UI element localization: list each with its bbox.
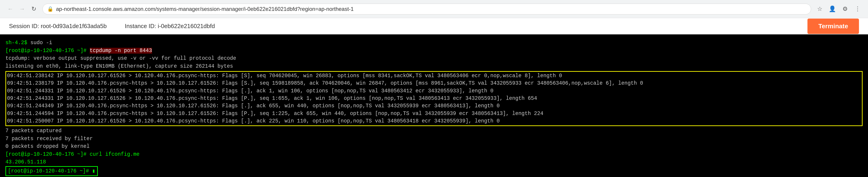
packet-line-7: 09:42:51.250007 IP 10.120.10.127.61526 >… — [7, 118, 861, 125]
instance-id: Instance ID: i-0eb622e216021dbfd — [125, 23, 215, 30]
reload-button[interactable]: ↻ — [29, 4, 39, 14]
curl-prompt: [root@ip-10-120-40-176 ~]# curl ifconfig… — [5, 151, 140, 157]
browser-actions: ☆ 👤 ⚙ ⋮ — [815, 4, 863, 14]
cursor: ▮ — [92, 168, 95, 174]
packets-captured: 7 packets captured — [5, 127, 863, 135]
forward-button[interactable]: → — [17, 4, 27, 14]
lock-icon: 🔒 — [47, 6, 53, 12]
packet-line-6: 09:42:51.244594 IP 10.120.40.176.pcsync-… — [7, 110, 861, 118]
terminate-button[interactable]: Terminate — [807, 19, 859, 34]
tcpdump-cmd: tcpdump -n port 8443 — [90, 48, 152, 54]
curl-result: 43.206.51.118 — [5, 159, 46, 165]
packets-received: 7 packets received by filter — [5, 135, 863, 143]
packets-dropped: 0 packets dropped by kernel — [5, 143, 863, 151]
terminal-line-4: listening on eth0, link-type EN10MB (Eth… — [5, 62, 863, 70]
packet-line-3: 09:42:51.244331 IP 10.120.10.127.61526 >… — [7, 87, 861, 95]
packet-line-2: 09:42:51.238179 IP 10.120.40.176.pcsync-… — [7, 80, 861, 87]
packet-line-1: 09:42:51.238142 IP 10.120.10.127.61526 >… — [7, 72, 861, 80]
url-input[interactable] — [56, 6, 806, 12]
back-button[interactable]: ← — [5, 4, 16, 14]
packet-capture-block: 09:42:51.238142 IP 10.120.10.127.61526 >… — [5, 71, 863, 126]
session-info: Session ID: root-0d93a1de1f63ada5b Insta… — [9, 23, 215, 30]
browser-chrome: ← → ↻ 🔒 ☆ 👤 ⚙ ⋮ — [0, 0, 868, 18]
session-bar: Session ID: root-0d93a1de1f63ada5b Insta… — [0, 18, 868, 34]
curl-result-line: 43.206.51.118 — [5, 158, 863, 166]
packets-received-count: 7 — [5, 136, 12, 142]
packet-line-5: 09:42:51.244349 IP 10.120.40.176.pcsync-… — [7, 102, 861, 110]
address-bar[interactable]: 🔒 — [42, 4, 811, 15]
terminal-line-2: [root@ip-10-120-40-176 ~]# tcpdump -n po… — [5, 47, 863, 55]
terminal: sh-4.2$ sudo -i [root@ip-10-120-40-176 ~… — [0, 34, 868, 177]
session-id: Session ID: root-0d93a1de1f63ada5b — [9, 23, 106, 30]
terminal-line-3: tcpdump: verbose output suppressed, use … — [5, 54, 863, 62]
final-prompt-line: [root@ip-10-120-40-176 ~]# ▮ — [5, 166, 863, 176]
packet-line-4: 09:42:51.244331 IP 10.120.10.127.61526 >… — [7, 95, 861, 102]
final-prompt: [root@ip-10-120-40-176 ~]# — [8, 168, 89, 174]
terminal-line-1: sh-4.2$ sudo -i — [5, 39, 863, 47]
cmd-sudo: sudo -i — [30, 40, 52, 46]
curl-line: [root@ip-10-120-40-176 ~]# curl ifconfig… — [5, 151, 863, 158]
prompt-1: sh-4.2$ — [5, 40, 30, 46]
bookmark-icon[interactable]: ☆ — [815, 4, 825, 14]
final-prompt-block: [root@ip-10-120-40-176 ~]# ▮ — [5, 166, 98, 176]
nav-buttons: ← → ↻ — [5, 4, 39, 14]
menu-icon[interactable]: ⋮ — [852, 4, 863, 14]
prompt-2: [root@ip-10-120-40-176 ~]# — [5, 48, 90, 54]
profile-icon[interactable]: 👤 — [827, 4, 837, 14]
extensions-icon[interactable]: ⚙ — [840, 4, 850, 14]
